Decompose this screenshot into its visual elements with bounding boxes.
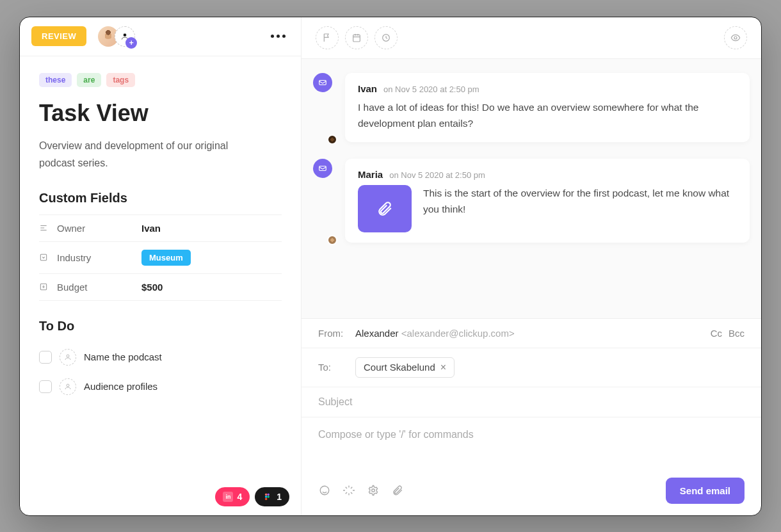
email-composer: From: Alexander <alexander@clickup.com> … (302, 318, 761, 515)
svg-point-15 (320, 486, 329, 495)
body-row (302, 417, 761, 470)
recipient-name: Court Skabelund (364, 362, 435, 373)
settings-button[interactable] (367, 484, 380, 497)
invision-pill[interactable]: in 4 (215, 487, 250, 506)
invision-count: 4 (237, 492, 242, 502)
body-input[interactable] (318, 429, 745, 455)
custom-field-row: Budget $500 (39, 273, 282, 301)
dropdown-field-icon (39, 253, 52, 262)
mail-icon (313, 159, 332, 178)
svg-point-7 (265, 496, 268, 498)
cf-value-chip[interactable]: Museum (141, 250, 191, 266)
tag[interactable]: these (39, 73, 72, 87)
left-footer: in 4 1 (215, 487, 289, 506)
from-row: From: Alexander <alexander@clickup.com> … (302, 319, 761, 348)
bcc-button[interactable]: Bcc (729, 328, 745, 339)
todo-item: Audience profiles (39, 372, 282, 401)
invision-icon: in (223, 492, 233, 502)
cf-label: Industry (52, 252, 141, 263)
comment-bubble[interactable]: Ivan on Nov 5 2020 at 2:50 pm I have a l… (345, 73, 750, 142)
date-button[interactable] (345, 26, 368, 49)
svg-point-8 (268, 496, 270, 498)
custom-field-row: Industry Museum (39, 241, 282, 273)
tag[interactable]: tags (106, 73, 135, 87)
emoji-button[interactable] (318, 484, 331, 497)
watch-button[interactable] (724, 26, 747, 49)
cc-button[interactable]: Cc (711, 328, 722, 339)
svg-point-4 (67, 384, 69, 387)
cf-label: Budget (52, 282, 141, 293)
subject-row (302, 387, 761, 417)
remove-recipient-icon[interactable]: × (440, 362, 446, 373)
svg-rect-10 (353, 35, 360, 42)
status-badge[interactable]: REVIEW (31, 26, 86, 46)
ai-button[interactable] (342, 484, 355, 497)
add-assignee-button[interactable]: + (115, 26, 135, 47)
recipient-chip[interactable]: Court Skabelund × (355, 357, 455, 378)
svg-rect-14 (319, 166, 326, 170)
svg-point-6 (268, 493, 270, 496)
todo-heading: To Do (39, 319, 282, 334)
from-email: <alexander@clickup.com> (401, 328, 515, 339)
app-window: REVIEW + these are tags Task View Overvi… (19, 17, 762, 516)
comment-avatar (313, 73, 335, 142)
to-row: To: Court Skabelund × (302, 348, 761, 387)
todo-text[interactable]: Audience profiles (84, 381, 157, 392)
svg-rect-13 (319, 80, 326, 85)
comment-author: Ivan (358, 83, 377, 94)
task-description[interactable]: Overview and development of our original… (39, 137, 231, 172)
comment-body: I have a lot of ideas for this! Do we ha… (358, 99, 737, 132)
assign-todo-button[interactable] (60, 378, 76, 395)
comment-author: Maria (358, 169, 383, 180)
task-body: these are tags Task View Overview and de… (20, 56, 301, 515)
more-menu-button[interactable] (267, 31, 289, 42)
svg-point-3 (67, 355, 69, 357)
todo-section: To Do Name the podcast Audience profiles (39, 319, 282, 401)
comment-timestamp: on Nov 5 2020 at 2:50 pm (383, 85, 479, 94)
comment-bubble[interactable]: Maria on Nov 5 2020 at 2:50 pm This is t… (345, 159, 750, 243)
svg-point-12 (734, 36, 737, 39)
comment: Ivan on Nov 5 2020 at 2:50 pm I have a l… (313, 73, 750, 142)
attach-button[interactable] (391, 484, 404, 497)
send-email-button[interactable]: Send email (666, 478, 745, 504)
composer-footer: Send email (302, 470, 761, 515)
tag[interactable]: are (77, 73, 101, 87)
right-panel: Ivan on Nov 5 2020 at 2:50 pm I have a l… (302, 17, 761, 515)
tag-list: these are tags (39, 73, 282, 87)
user-avatar-mini (327, 134, 337, 145)
subject-input[interactable] (318, 396, 745, 408)
money-field-icon (39, 282, 52, 291)
task-title[interactable]: Task View (39, 100, 282, 127)
comment-timestamp: on Nov 5 2020 at 2:50 pm (389, 170, 485, 180)
checkbox[interactable] (39, 351, 52, 364)
mail-icon (313, 73, 332, 92)
checkbox[interactable] (39, 380, 52, 393)
time-button[interactable] (374, 26, 398, 49)
left-panel: REVIEW + these are tags Task View Overvi… (20, 17, 302, 515)
paperclip-icon (376, 200, 393, 217)
figma-count: 1 (277, 492, 282, 502)
comment-body: This is the start of the overview for th… (423, 185, 737, 218)
figma-pill[interactable]: 1 (255, 487, 289, 506)
flag-button[interactable] (316, 26, 339, 49)
cf-label: Owner (52, 223, 141, 234)
assign-todo-button[interactable] (60, 349, 76, 366)
cf-value[interactable]: Ivan (141, 223, 161, 234)
custom-field-row: Owner Ivan (39, 214, 282, 241)
right-header (302, 17, 761, 59)
to-label: To: (318, 362, 355, 373)
from-label: From: (318, 328, 355, 339)
svg-point-0 (124, 33, 127, 36)
svg-rect-1 (40, 255, 46, 261)
cf-value[interactable]: $500 (141, 282, 163, 293)
svg-point-16 (372, 489, 375, 492)
custom-fields-heading: Custom Fields (39, 191, 282, 206)
assignee-group: + (98, 26, 135, 47)
attachment-tile[interactable] (358, 185, 412, 232)
left-header: REVIEW + (20, 17, 301, 56)
todo-text[interactable]: Name the podcast (84, 351, 162, 362)
svg-point-5 (265, 493, 268, 496)
text-field-icon (39, 223, 52, 232)
custom-fields-table: Owner Ivan Industry Museum Budget $500 (39, 214, 282, 301)
comment: Maria on Nov 5 2020 at 2:50 pm This is t… (313, 159, 750, 243)
